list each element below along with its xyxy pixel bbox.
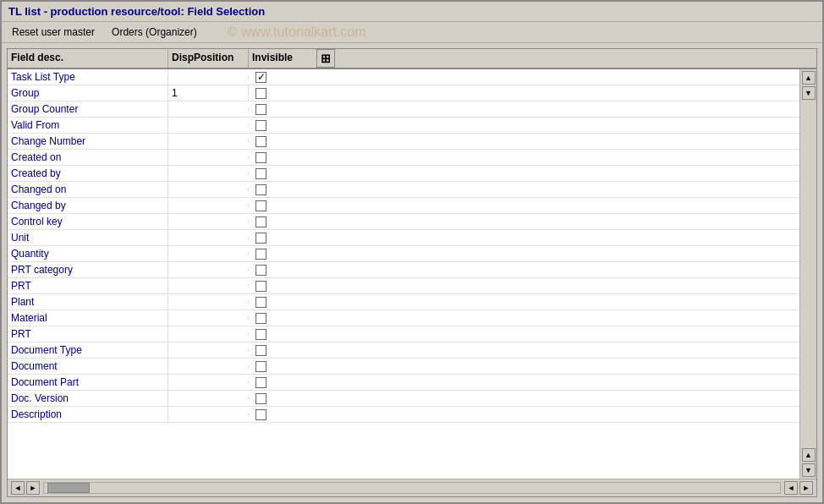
h-scroll-thumb [47,483,90,493]
cell-disp-11 [168,252,249,255]
checkbox-invisible-6[interactable] [255,168,266,179]
cell-disp-8 [168,204,249,207]
checkbox-invisible-1[interactable] [255,88,266,99]
cell-field-0: Task List Type [8,69,168,85]
table-row: PRT [8,326,799,342]
cell-disp-0 [168,75,249,79]
cell-invisible-14 [249,295,316,310]
cell-field-18: Document [8,359,168,374]
main-window: TL list - production resource/tool: Fiel… [0,0,824,504]
scroll-left-nav[interactable]: ◄ [11,481,25,495]
scroll-right-nav[interactable]: ► [26,481,40,495]
menu-reset-user-master[interactable]: Reset user master [8,25,98,39]
table-row: Created by [8,166,799,182]
scroll-down-button[interactable]: ▼ [802,86,816,100]
table-row: Document Part [8,375,799,391]
table-row: Unit [8,230,799,246]
cell-field-3: Valid From [8,118,168,133]
cell-field-2: Group Counter [8,101,168,117]
checkbox-invisible-13[interactable] [255,281,266,292]
scroll-right-button[interactable]: ► [799,481,813,495]
checkbox-invisible-12[interactable] [255,265,266,276]
checkbox-invisible-5[interactable] [255,152,266,163]
cell-invisible-0 [249,70,316,85]
cell-field-11: Quantity [8,246,168,261]
scroll-up2-button[interactable]: ▲ [802,448,816,462]
cell-disp-10 [168,236,249,239]
table-row: PRT category [8,262,799,278]
table-row: Document [8,359,799,375]
title-bar: TL list - production resource/tool: Fiel… [2,2,822,22]
scroll-up-button[interactable]: ▲ [802,71,816,85]
table-row: Created on [8,150,799,166]
checkbox-invisible-14[interactable] [255,297,266,308]
table-row: Changed on [8,182,799,198]
cell-disp-15 [168,316,249,320]
cell-disp-17 [168,348,249,352]
checkbox-invisible-8[interactable] [255,200,266,211]
checkbox-invisible-9[interactable] [255,216,266,227]
table-body: Task List TypeGroup1Group CounterValid F… [8,69,799,479]
cell-invisible-2 [249,102,316,117]
cell-field-19: Document Part [8,375,168,390]
cell-field-7: Changed on [8,182,168,197]
cell-disp-1: 1 [168,85,249,101]
cell-field-4: Change Number [8,134,168,149]
cell-disp-3 [168,123,249,127]
cell-field-17: Document Type [8,342,168,358]
checkbox-invisible-7[interactable] [255,184,266,195]
table-row: Task List Type [8,69,799,85]
cell-invisible-3 [249,118,316,133]
menu-orders-organizer[interactable]: Orders (Organizer) [108,25,201,39]
checkbox-invisible-18[interactable] [255,361,266,372]
cell-invisible-21 [249,408,316,422]
cell-invisible-6 [249,167,316,181]
cell-invisible-4 [249,134,316,149]
table-row: Doc. Version [8,391,799,407]
cell-invisible-10 [249,231,316,245]
cell-field-10: Unit [8,230,168,245]
checkbox-invisible-21[interactable] [255,409,266,420]
checkbox-invisible-20[interactable] [255,393,266,404]
cell-field-9: Control key [8,214,168,229]
scroll-down2-button[interactable]: ▼ [802,463,816,477]
table-row: Description [8,407,799,423]
scroll-left-button[interactable]: ◄ [784,481,798,495]
cell-field-12: PRT category [8,262,168,277]
checkbox-invisible-16[interactable] [255,329,266,340]
cell-invisible-13 [249,279,316,293]
checkbox-invisible-4[interactable] [255,136,266,147]
checkbox-invisible-3[interactable] [255,120,266,131]
cell-disp-13 [168,284,249,288]
column-config-icon[interactable]: ⊞ [316,49,335,68]
checkbox-invisible-15[interactable] [255,313,266,324]
table-row: Group Counter [8,101,799,118]
table-row: PRT [8,278,799,294]
content-area: Field desc. DispPosition Invisible ⊞ Tas… [2,43,822,502]
cell-field-14: Plant [8,294,168,310]
cell-field-5: Created on [8,150,168,165]
cell-disp-21 [168,413,249,416]
cell-invisible-18 [249,359,316,374]
checkbox-invisible-10[interactable] [255,233,266,244]
checkbox-invisible-17[interactable] [255,345,266,356]
cell-disp-18 [168,364,249,368]
checkbox-invisible-19[interactable] [255,377,266,388]
checkbox-invisible-0[interactable] [255,72,266,83]
cell-invisible-11 [249,247,316,261]
cell-disp-12 [168,268,249,271]
cell-field-1: Group [8,85,168,101]
cell-invisible-5 [249,151,316,165]
cell-disp-7 [168,188,249,191]
checkbox-invisible-11[interactable] [255,249,266,260]
table-row: Changed by [8,198,799,214]
h-scroll-track[interactable] [43,482,781,494]
checkbox-invisible-2[interactable] [255,104,266,115]
cell-field-16: PRT [8,326,168,342]
cell-field-6: Created by [8,166,168,181]
cell-invisible-16 [249,327,316,342]
header-field-desc: Field desc. [8,49,168,68]
menu-bar: Reset user master Orders (Organizer) © w… [2,22,822,43]
header-disp-position: DispPosition [168,49,249,68]
cell-disp-2 [168,107,249,111]
